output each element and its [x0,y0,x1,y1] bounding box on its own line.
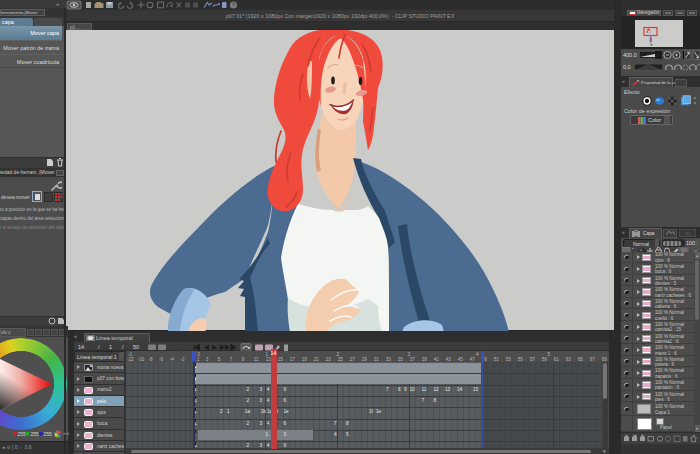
svg-text:255: 255 [44,431,53,437]
svg-text:255: 255 [18,431,27,437]
svg-text:?: ? [232,2,235,8]
svg-text:255: 255 [31,431,40,437]
